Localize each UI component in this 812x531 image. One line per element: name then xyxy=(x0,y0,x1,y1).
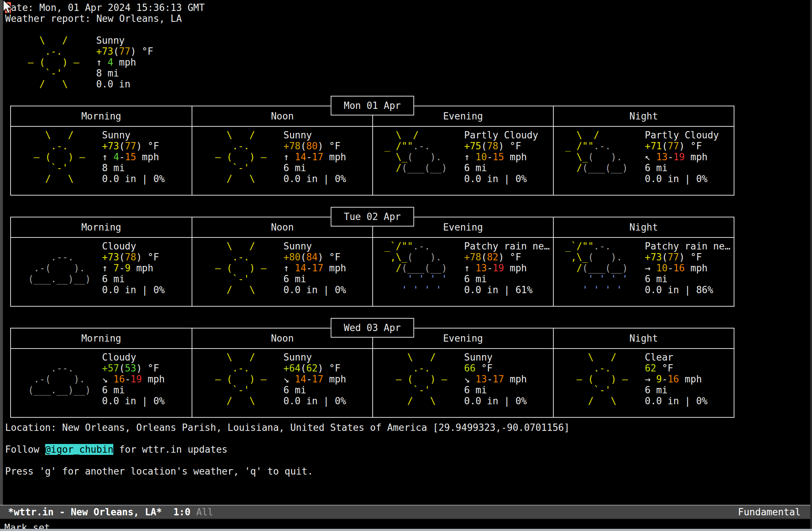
window-bottom-edge xyxy=(0,529,812,531)
forecast-cell-evening: \ / _ /"".-. \_( ). /(___(__) Partly Clo… xyxy=(372,127,553,195)
weather-art-sunny: \ / .-. — ( ) — `-' / \ xyxy=(192,352,283,406)
wind-text: ↑ 4-15 mph xyxy=(102,152,165,162)
condition-text: Patchy rain ne… xyxy=(645,241,730,252)
precipitation-text: 0.0 in | 0% xyxy=(283,284,346,295)
wind-text: ↘ 13-17 mph xyxy=(464,374,527,385)
visibility-text: 6 mi xyxy=(283,162,346,173)
weather-art-sunny: \ / .-. — ( ) — `-' / \ xyxy=(192,241,283,295)
forecast-day-3: Wed 03 AprMorningNoonEveningNight .--. .… xyxy=(10,328,734,418)
weather-art-cloudy: .--. .-( ). (___.__)__) xyxy=(11,352,102,406)
temperature-text: +73(77) °F xyxy=(102,141,165,152)
visibility-text: 6 mi xyxy=(283,385,346,396)
column-header-night: Night xyxy=(553,106,734,126)
current-weather-art: \ / .-. — ( ) — `-' / \ xyxy=(5,35,96,90)
visibility-text: 6 mi xyxy=(102,274,165,284)
terminal-buffer[interactable]: Date: Mon, 01 Apr 2024 15:36:13 GMT Weat… xyxy=(0,0,812,477)
buffer-name: *wttr.in - New Orleans, LA* xyxy=(8,507,162,518)
visibility-text: 6 mi xyxy=(645,162,719,173)
current-conditions: \ / .-. — ( ) — `-' / \ Sunny+73(77) °F↑… xyxy=(5,35,812,90)
cursor-position: 1:0 xyxy=(173,507,191,518)
mouse-cursor xyxy=(1,0,13,15)
current-weather-details: Sunny+73(77) °F↑ 4 mph8 mi0.0 in xyxy=(96,35,153,90)
weather-art-sunny: \ / .-. — ( ) — `-' / \ xyxy=(192,130,283,184)
visibility-text: 6 mi xyxy=(464,385,527,396)
current-precipitation: 0.0 in xyxy=(96,79,153,90)
forecast-cell-night: \ / .-. — ( ) — `-' / \ Clear62 °F→ 9-16… xyxy=(553,349,734,417)
temperature-text: +80(84) °F xyxy=(283,252,346,263)
visibility-text: 6 mi xyxy=(645,385,707,396)
current-condition: Sunny xyxy=(96,35,153,46)
wind-text: ↖ 13-19 mph xyxy=(645,152,719,162)
column-header-night: Night xyxy=(553,329,734,348)
precipitation-text: 0.0 in | 61% xyxy=(464,284,550,295)
forecast-cell-noon: \ / .-. — ( ) — `-' / \ Sunny+78(80) °F↑… xyxy=(192,127,372,195)
day-date-label: Tue 02 Apr xyxy=(331,207,414,227)
follow-prefix: Follow xyxy=(5,444,45,455)
condition-text: Sunny xyxy=(283,352,346,363)
condition-text: Sunny xyxy=(102,130,165,141)
precipitation-text: 0.0 in | 0% xyxy=(102,284,165,295)
weather-art-partly-cloudy: \ / _ /"".-. \_( ). /(___(__) xyxy=(554,130,645,184)
twitter-handle[interactable]: @igor_chubin xyxy=(45,444,114,455)
column-header-morning: Morning xyxy=(11,217,192,237)
wind-text: ↑ 14-17 mph xyxy=(283,152,346,162)
condition-text: Cloudy xyxy=(102,352,165,363)
temperature-text: +57(53) °F xyxy=(102,363,165,374)
temperature-text: +64(62) °F xyxy=(283,363,346,374)
precipitation-text: 0.0 in | 0% xyxy=(102,173,165,184)
emacs-modeline[interactable]: *wttr.in - New Orleans, LA*1:0All Fundam… xyxy=(0,505,810,519)
condition-text: Sunny xyxy=(283,130,346,141)
column-header-morning: Morning xyxy=(11,329,192,348)
precipitation-text: 0.0 in | 86% xyxy=(645,284,730,295)
condition-text: Clear xyxy=(645,352,707,363)
temperature-text: +73(77) °F xyxy=(645,252,730,263)
visibility-text: 6 mi xyxy=(464,274,550,284)
temperature-text: +75(78) °F xyxy=(464,141,538,152)
column-header-night: Night xyxy=(553,217,734,237)
date-text: ate: Mon, 01 Apr 2024 15:36:13 GMT xyxy=(11,2,205,13)
weather-art-patchy-rain: _`/"".-. ,\_( ). /(___(__) ' ' ' ' ' ' '… xyxy=(554,241,645,295)
visibility-text: 6 mi xyxy=(283,274,346,284)
precipitation-text: 0.0 in | 0% xyxy=(283,396,346,406)
weather-art-patchy-rain: _`/"".-. ,\_( ). /(___(__) ' ' ' ' ' ' '… xyxy=(373,241,464,295)
press-key-hint: Press 'g' for another location's weather… xyxy=(5,466,812,477)
wind-text: ↘ 14-17 mph xyxy=(283,374,346,385)
wind-text: → 10-16 mph xyxy=(645,263,730,274)
forecast-cell-night: _`/"".-. ,\_( ). /(___(__) ' ' ' ' ' ' '… xyxy=(553,238,734,306)
weather-art-sunny: \ / .-. — ( ) — `-' / \ xyxy=(373,352,464,406)
current-temperature: +73(77) °F xyxy=(96,46,153,57)
condition-text: Sunny xyxy=(464,352,527,363)
condition-text: Sunny xyxy=(283,241,346,252)
forecast-cell-morning: .--. .-( ). (___.__)__) Cloudy+57(53) °F… xyxy=(11,349,192,417)
forecast-cell-night: \ / _ /"".-. \_( ). /(___(__) Partly Clo… xyxy=(553,127,734,195)
follow-suffix: for wttr.in updates xyxy=(113,444,227,455)
precipitation-text: 0.0 in | 0% xyxy=(464,396,527,406)
condition-text: Patchy rain ne… xyxy=(464,241,550,252)
column-header-morning: Morning xyxy=(11,106,192,126)
wind-text: ↑ 10-15 mph xyxy=(464,152,538,162)
day-date-label: Wed 03 Apr xyxy=(331,318,414,338)
forecast-day-2: Tue 02 AprMorningNoonEveningNight .--. .… xyxy=(10,217,734,307)
temperature-text: 62 °F xyxy=(645,363,707,374)
forecast-cell-morning: .--. .-( ). (___.__)__) Cloudy+73(78) °F… xyxy=(11,238,192,306)
wind-text: ↑ 13-19 mph xyxy=(464,263,550,274)
visibility-text: 6 mi xyxy=(464,162,538,173)
visibility-text: 8 mi xyxy=(102,162,165,173)
wind-text: ↑ 7-9 mph xyxy=(102,263,165,274)
weather-art-sunny: \ / .-. — ( ) — `-' / \ xyxy=(11,130,102,184)
condition-text: Partly Cloudy xyxy=(464,130,538,141)
temperature-text: +78(80) °F xyxy=(283,141,346,152)
wind-text: ↘ 16-19 mph xyxy=(102,374,165,385)
temperature-text: 66 °F xyxy=(464,363,527,374)
current-visibility: 8 mi xyxy=(96,68,153,79)
forecast-day-1: Mon 01 AprMorningNoonEveningNight \ / .-… xyxy=(10,106,734,196)
forecast-days: Mon 01 AprMorningNoonEveningNight \ / .-… xyxy=(5,106,812,418)
date-line: Date: Mon, 01 Apr 2024 15:36:13 GMT xyxy=(5,2,812,13)
condition-text: Cloudy xyxy=(102,241,165,252)
forecast-cell-morning: \ / .-. — ( ) — `-' / \ Sunny+73(77) °F↑… xyxy=(11,127,192,195)
precipitation-text: 0.0 in | 0% xyxy=(645,396,707,406)
weather-art-cloudy: .--. .-( ). (___.__)__) xyxy=(11,241,102,295)
precipitation-text: 0.0 in | 0% xyxy=(102,396,165,406)
precipitation-text: 0.0 in | 0% xyxy=(645,173,719,184)
forecast-cell-noon: \ / .-. — ( ) — `-' / \ Sunny+80(84) °F↑… xyxy=(192,238,372,306)
